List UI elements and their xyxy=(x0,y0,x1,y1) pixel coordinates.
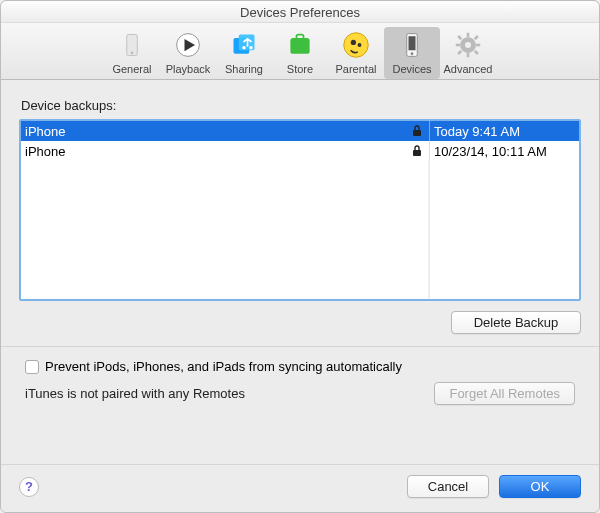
tab-parental[interactable]: Parental xyxy=(328,27,384,79)
backup-name: iPhone xyxy=(25,144,65,159)
tab-label: Advanced xyxy=(444,63,493,75)
backup-row[interactable]: iPhone 10/23/14, 10:11 AM xyxy=(21,141,579,161)
tab-label: General xyxy=(112,63,151,75)
tab-label: Playback xyxy=(166,63,211,75)
backup-row[interactable]: iPhone Today 9:41 AM xyxy=(21,121,579,141)
svg-rect-21 xyxy=(476,44,480,47)
svg-point-1 xyxy=(131,52,134,55)
svg-point-7 xyxy=(249,46,253,50)
backup-date: Today 9:41 AM xyxy=(429,121,579,141)
svg-rect-14 xyxy=(409,36,416,50)
svg-rect-9 xyxy=(297,35,304,40)
preferences-window: Devices Preferences General Playback xyxy=(0,0,600,513)
tab-devices[interactable]: Devices xyxy=(384,27,440,79)
tab-label: Parental xyxy=(336,63,377,75)
tab-label: Devices xyxy=(392,63,431,75)
forget-remotes-button: Forget All Remotes xyxy=(434,382,575,405)
tab-label: Sharing xyxy=(225,63,263,75)
devices-icon xyxy=(396,29,428,61)
tab-general[interactable]: General xyxy=(104,27,160,79)
svg-point-11 xyxy=(351,40,356,45)
svg-rect-19 xyxy=(467,53,470,57)
backup-date: 10/23/14, 10:11 AM xyxy=(429,141,579,161)
tab-advanced[interactable]: Advanced xyxy=(440,27,496,79)
svg-point-15 xyxy=(411,52,414,55)
tab-playback[interactable]: Playback xyxy=(160,27,216,79)
help-button[interactable]: ? xyxy=(19,477,39,497)
tab-label: Store xyxy=(287,63,313,75)
ok-button[interactable]: OK xyxy=(499,475,581,498)
backup-name: iPhone xyxy=(25,124,65,139)
tab-sharing[interactable]: Sharing xyxy=(216,27,272,79)
store-icon xyxy=(284,29,316,61)
delete-backup-button[interactable]: Delete Backup xyxy=(451,311,581,334)
lock-icon xyxy=(411,125,423,137)
prevent-sync-label: Prevent iPods, iPhones, and iPads from s… xyxy=(45,359,402,374)
footer: ? Cancel OK xyxy=(1,464,599,512)
remotes-status: iTunes is not paired with any Remotes xyxy=(25,386,424,401)
cancel-button[interactable]: Cancel xyxy=(407,475,489,498)
svg-rect-24 xyxy=(457,50,462,55)
backups-label: Device backups: xyxy=(21,98,581,113)
lock-icon xyxy=(411,145,423,157)
tab-store[interactable]: Store xyxy=(272,27,328,79)
svg-rect-18 xyxy=(467,33,470,37)
svg-rect-25 xyxy=(474,50,479,55)
gear-icon xyxy=(452,29,484,61)
preferences-toolbar: General Playback Sharing xyxy=(1,23,599,80)
backup-list[interactable]: iPhone Today 9:41 AM iPhone 10/23/14, 10… xyxy=(19,119,581,301)
content-area: Device backups: iPhone Today 9:41 AM iPh… xyxy=(1,80,599,464)
svg-rect-26 xyxy=(413,130,421,136)
svg-point-6 xyxy=(242,46,246,50)
svg-rect-20 xyxy=(456,44,460,47)
window-title: Devices Preferences xyxy=(1,1,599,23)
svg-rect-23 xyxy=(474,35,479,40)
svg-rect-27 xyxy=(413,150,421,156)
prevent-sync-checkbox[interactable] xyxy=(25,360,39,374)
svg-rect-22 xyxy=(457,35,462,40)
parental-icon xyxy=(340,29,372,61)
svg-point-10 xyxy=(344,33,369,58)
play-icon xyxy=(172,29,204,61)
general-icon xyxy=(116,29,148,61)
svg-point-12 xyxy=(358,43,362,47)
sharing-icon xyxy=(228,29,260,61)
svg-point-17 xyxy=(465,42,471,48)
